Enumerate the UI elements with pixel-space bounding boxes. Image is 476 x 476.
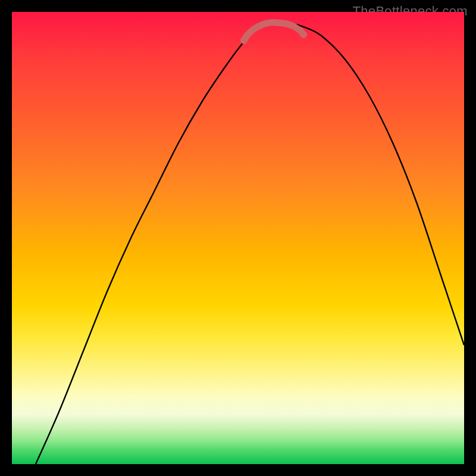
chart-stage: TheBottleneck.com	[0, 0, 476, 476]
plot-area	[12, 12, 464, 464]
gradient-background	[12, 12, 464, 464]
